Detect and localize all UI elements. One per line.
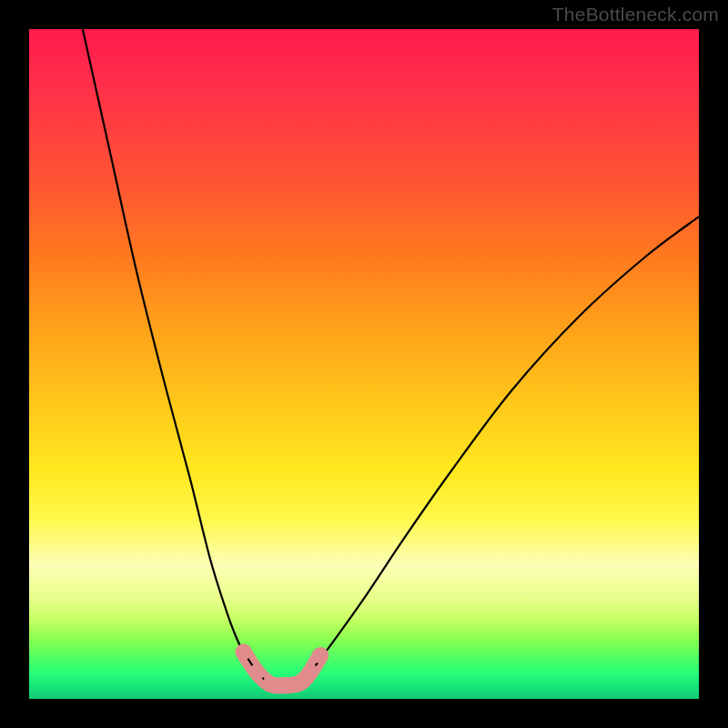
watermark-text: TheBottleneck.com <box>552 4 719 25</box>
right-curve <box>297 217 699 684</box>
highlight-marker-dot <box>302 664 318 681</box>
left-curve <box>83 29 270 684</box>
chart-frame: TheBottleneck.com <box>0 0 728 728</box>
curves-layer <box>29 29 699 699</box>
plot-area <box>29 29 699 699</box>
highlight-marker-dot <box>248 664 265 681</box>
highlight-marker-dot <box>312 647 329 663</box>
highlight-marker-dot <box>236 643 252 660</box>
